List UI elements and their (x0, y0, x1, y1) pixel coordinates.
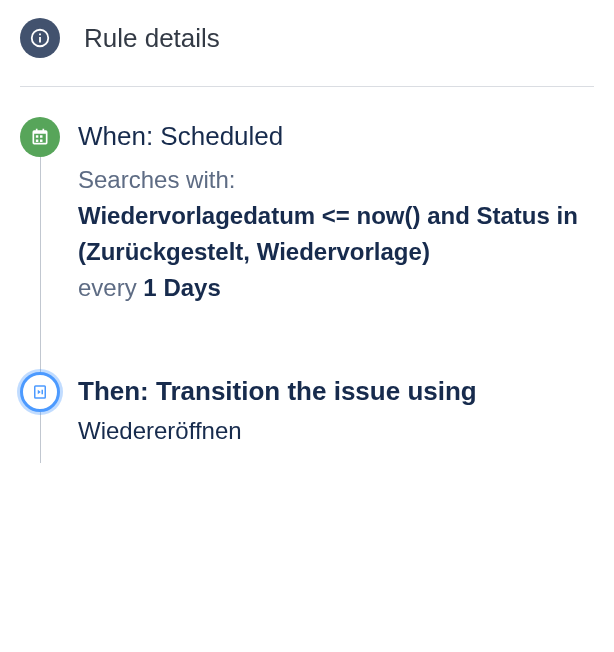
info-icon (20, 18, 60, 58)
trigger-body: When: Scheduled Searches with: Wiedervor… (60, 121, 594, 306)
trigger-title: When: Scheduled (78, 121, 594, 152)
trigger-every-label: every (78, 274, 137, 301)
rule-details-header[interactable]: Rule details (20, 18, 594, 86)
action-body: Then: Transition the issue using Wiedere… (60, 376, 594, 445)
calendar-icon (20, 117, 60, 157)
divider (20, 86, 594, 87)
action-transition: Wiedereröffnen (78, 417, 594, 445)
trigger-interval: 1 Days (143, 274, 220, 301)
trigger-searches-label: Searches with: (78, 162, 594, 198)
timeline-connector (40, 157, 41, 463)
action-title: Then: Transition the issue using (78, 376, 594, 407)
trigger-jql: Wiedervorlagedatum <= now() and Status i… (78, 202, 578, 265)
rule-timeline: When: Scheduled Searches with: Wiedervor… (20, 121, 594, 445)
trigger-step[interactable]: When: Scheduled Searches with: Wiedervor… (60, 121, 594, 306)
transition-icon (20, 372, 60, 412)
rule-details-title: Rule details (84, 23, 220, 54)
action-step[interactable]: Then: Transition the issue using Wiedere… (60, 376, 594, 445)
